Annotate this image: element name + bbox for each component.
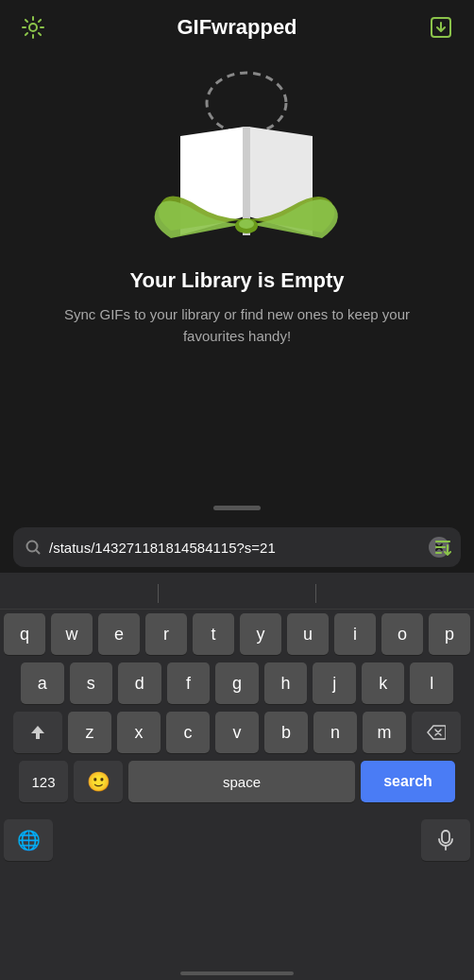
key-y[interactable]: y [240,613,281,655]
key-j[interactable]: j [313,662,356,704]
settings-button[interactable] [19,13,47,42]
keyboard-row-3: z x c v b n m [0,712,474,753]
top-bar: GIFwrapped [0,0,474,51]
key-e[interactable]: e [98,613,140,655]
key-x[interactable]: x [117,712,161,753]
keyboard-bottom-row: 🌐 [0,819,474,867]
key-p[interactable]: p [429,613,470,655]
key-a[interactable]: a [21,662,64,704]
key-w[interactable]: w [51,613,93,655]
key-d[interactable]: d [118,662,161,704]
sort-button[interactable] [429,533,457,561]
key-v[interactable]: v [215,712,259,753]
keyboard: q w e r t y u i o p a s d f g h j k l z … [0,573,474,980]
keyboard-row-2: a s d f g h j k l [0,662,474,704]
key-k[interactable]: k [362,662,405,704]
key-o[interactable]: o [381,613,423,655]
key-b[interactable]: b [264,712,308,753]
backspace-key[interactable] [412,712,461,753]
key-t[interactable]: t [193,613,234,655]
home-indicator [180,971,294,975]
keyboard-row-1: q w e r t y u i o p [0,613,474,655]
numbers-key[interactable]: 123 [19,761,68,802]
key-c[interactable]: c [166,712,210,753]
search-input[interactable] [49,540,421,556]
key-h[interactable]: h [264,662,308,704]
globe-key[interactable]: 🌐 [4,819,53,861]
download-button[interactable] [427,13,455,42]
empty-subtitle: Sync GIFs to your library or find new on… [0,304,474,347]
key-m[interactable]: m [363,712,406,753]
space-key[interactable]: space [128,761,355,802]
suggestion-separator-2 [315,584,316,603]
suggestion-separator-1 [158,584,159,603]
svg-point-2 [207,73,286,133]
book-illustration [143,70,331,259]
search-bar-container [0,518,474,576]
keyboard-suggestions [0,578,474,610]
svg-point-7 [239,219,254,229]
svg-rect-9 [442,831,449,843]
key-i[interactable]: i [334,613,376,655]
main-content: Your Library is Empty Sync GIFs to your … [0,51,474,347]
key-l[interactable]: l [410,662,453,704]
search-key[interactable]: search [361,761,455,802]
keyboard-row-4: 123 🙂 space search [0,761,474,812]
key-z[interactable]: z [68,712,111,753]
emoji-key[interactable]: 🙂 [74,761,123,802]
svg-point-0 [29,24,37,31]
key-g[interactable]: g [215,662,259,704]
empty-title: Your Library is Empty [130,268,345,293]
key-s[interactable]: s [70,662,113,704]
search-icon [25,539,42,556]
key-n[interactable]: n [313,712,357,753]
search-bar[interactable] [13,527,461,567]
shift-key[interactable] [13,712,62,753]
key-f[interactable]: f [167,662,211,704]
app-title: GIFwrapped [177,15,296,40]
drag-handle [213,506,261,510]
key-u[interactable]: u [287,613,329,655]
key-q[interactable]: q [4,613,45,655]
key-r[interactable]: r [145,613,187,655]
mic-key[interactable] [421,819,470,861]
